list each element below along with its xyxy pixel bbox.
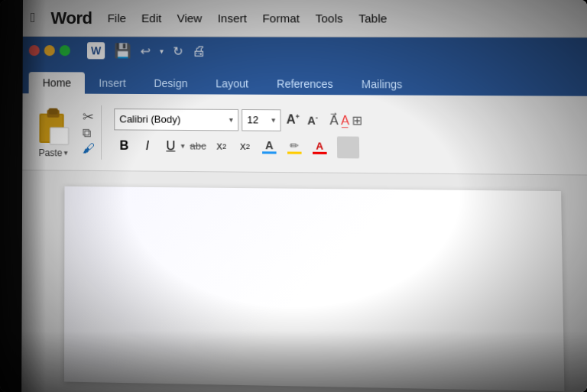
ribbon-toolbar: Paste ▾ ✂ ⧉ 🖌 Calibri (Body) ▾ xyxy=(22,93,587,175)
undo-dropdown-icon[interactable]: ▾ xyxy=(160,47,164,55)
apple-logo-icon:  xyxy=(31,10,36,26)
font-name-value: Calibri (Body) xyxy=(119,113,180,125)
clipboard-icon xyxy=(34,105,71,146)
italic-button[interactable]: I xyxy=(138,135,157,156)
clear-format-indicator xyxy=(313,151,327,154)
word-app:  Word File Edit View Insert Format Tool… xyxy=(21,0,587,392)
tab-home[interactable]: Home xyxy=(29,72,86,93)
redo-icon[interactable]: ↻ xyxy=(173,44,183,58)
menu-file[interactable]: File xyxy=(103,10,131,26)
font-size-select[interactable]: 12 ▾ xyxy=(242,109,281,131)
menu-view[interactable]: View xyxy=(172,10,206,26)
svg-rect-4 xyxy=(50,127,68,144)
highlight-icon: ✏ xyxy=(290,139,299,151)
word-icon: W xyxy=(87,42,105,59)
minimize-button[interactable] xyxy=(44,45,55,56)
maximize-button[interactable] xyxy=(60,45,70,56)
screen:  Word File Edit View Insert Format Tool… xyxy=(0,0,587,392)
cut-icon[interactable]: ✂ xyxy=(83,109,95,123)
clear-formatting-button[interactable]: A xyxy=(309,136,331,158)
paste-label: Paste xyxy=(38,147,62,157)
increase-font-size-button[interactable]: A+ xyxy=(284,112,303,128)
menu-format[interactable]: Format xyxy=(258,10,304,26)
format-painter-icon[interactable]: 🖌 xyxy=(83,142,95,154)
undo-icon[interactable]: ↩ xyxy=(141,44,151,58)
divider-1 xyxy=(101,105,102,159)
copy-icon[interactable]: ⧉ xyxy=(83,127,95,139)
font-size-value: 12 xyxy=(247,114,258,125)
bold-button[interactable]: B xyxy=(114,135,134,156)
clear-format-a-icon: A xyxy=(316,140,323,151)
menu-word[interactable]: Word xyxy=(46,7,96,30)
character-spacing-icon[interactable]: ⊞ xyxy=(352,113,362,128)
strikethrough-button[interactable]: abc xyxy=(188,136,209,157)
document-area xyxy=(21,170,587,392)
document-page[interactable] xyxy=(64,186,565,391)
paste-dropdown-icon[interactable]: ▾ xyxy=(63,148,67,157)
paste-section: Paste ▾ xyxy=(28,102,78,161)
underline-group: U ▾ xyxy=(161,135,185,156)
paste-icon-area xyxy=(34,105,71,146)
highlight-indicator xyxy=(287,151,302,154)
tab-design[interactable]: Design xyxy=(140,73,202,95)
font-color-button[interactable]: A xyxy=(258,135,281,157)
more-styles-button[interactable] xyxy=(337,136,359,158)
close-button[interactable] xyxy=(29,45,40,56)
font-color-indicator xyxy=(262,151,277,154)
font-color-icon[interactable]: A̲ xyxy=(341,113,350,128)
underline-button[interactable]: U xyxy=(161,135,181,156)
print-icon[interactable]: 🖨 xyxy=(193,43,206,59)
menu-table[interactable]: Table xyxy=(354,10,392,26)
ribbon-titlebar: W 💾 ↩ ▾ ↻ 🖨 xyxy=(23,37,587,66)
decrease-font-size-button[interactable]: A- xyxy=(305,113,320,128)
font-name-dropdown-icon: ▾ xyxy=(229,115,233,124)
right-formatting-icons: A⃗ A̲ ⊞ xyxy=(329,113,362,128)
mac-menubar:  Word File Edit View Insert Format Tool… xyxy=(23,0,587,37)
menu-edit[interactable]: Edit xyxy=(137,10,166,26)
save-icon[interactable]: 💾 xyxy=(114,42,131,59)
paste-button[interactable]: Paste ▾ xyxy=(38,147,67,157)
highlight-color-button[interactable]: ✏ xyxy=(284,135,306,157)
clipboard-sub-section: ✂ ⧉ 🖌 xyxy=(83,109,95,154)
menu-insert[interactable]: Insert xyxy=(212,10,251,26)
ribbon-tabs: Home Insert Design Layout References Mai… xyxy=(23,64,587,96)
traffic-lights xyxy=(29,45,70,56)
text-effects-icon[interactable]: A⃗ xyxy=(329,113,339,128)
tab-mailings[interactable]: Mailings xyxy=(347,73,417,96)
font-size-dropdown-icon: ▾ xyxy=(271,115,275,124)
font-row-1: Calibri (Body) ▾ 12 ▾ A+ A- A⃗ A̲ ⊞ xyxy=(114,109,362,131)
svg-rect-3 xyxy=(49,108,58,114)
font-name-select[interactable]: Calibri (Body) ▾ xyxy=(114,109,238,131)
menu-tools[interactable]: Tools xyxy=(310,10,348,26)
font-row-2: B I U ▾ abc X2 X2 A ✏ xyxy=(114,134,362,158)
tab-references[interactable]: References xyxy=(263,73,348,95)
tab-layout[interactable]: Layout xyxy=(202,73,263,95)
font-color-a-icon: A xyxy=(265,139,274,151)
underline-dropdown-icon[interactable]: ▾ xyxy=(181,141,185,150)
subscript-button[interactable]: X2 xyxy=(211,136,232,157)
font-section: Calibri (Body) ▾ 12 ▾ A+ A- A⃗ A̲ ⊞ xyxy=(108,105,368,161)
superscript-button[interactable]: X2 xyxy=(235,136,255,157)
tab-insert[interactable]: Insert xyxy=(85,72,140,94)
